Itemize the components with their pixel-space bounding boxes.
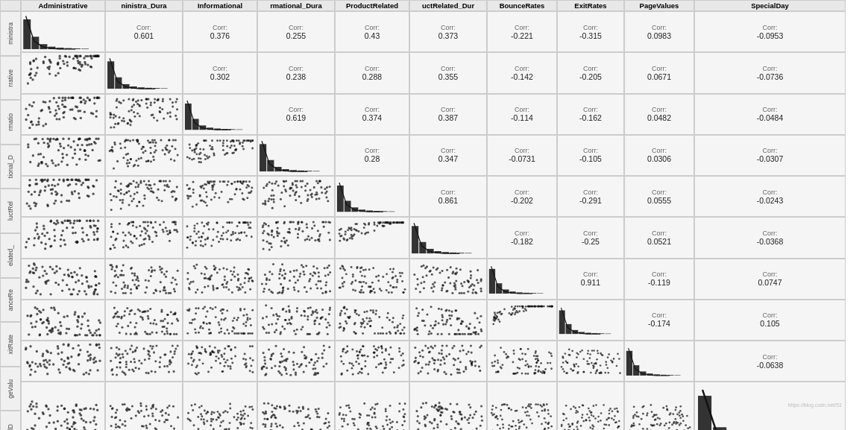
- svg-point-2739: [427, 364, 430, 366]
- svg-point-1924: [224, 332, 226, 335]
- svg-point-472: [195, 153, 198, 155]
- svg-point-1543: [328, 264, 330, 266]
- svg-point-729: [192, 189, 195, 191]
- svg-point-2477: [216, 355, 218, 358]
- svg-point-2132: [386, 317, 389, 319]
- svg-point-1588: [392, 276, 394, 278]
- svg-point-137: [64, 96, 66, 98]
- svg-point-933: [139, 225, 141, 227]
- svg-point-3029: [63, 408, 66, 410]
- svg-point-671: [113, 195, 115, 197]
- svg-point-1647: [342, 265, 344, 268]
- svg-point-381: [133, 164, 136, 166]
- svg-point-207: [128, 98, 130, 100]
- svg-point-2358: [26, 361, 28, 363]
- svg-point-1713: [416, 278, 418, 280]
- svg-point-3660: [669, 414, 671, 416]
- svg-point-919: [66, 220, 69, 222]
- col-header-8: PageValues: [624, 0, 694, 11]
- svg-point-994: [173, 221, 175, 224]
- svg-point-2517: [221, 354, 223, 356]
- svg-point-203: [169, 98, 172, 100]
- svg-point-226: [117, 121, 119, 124]
- svg-point-298: [74, 152, 76, 154]
- svg-point-2656: [398, 347, 400, 350]
- matrix-cell-4-7: Corr:-0.291: [557, 176, 624, 217]
- svg-point-1781: [42, 309, 44, 311]
- matrix-cell-4-6: Corr:-0.202: [487, 176, 557, 217]
- svg-point-116: [58, 118, 60, 120]
- svg-point-2683: [361, 372, 363, 374]
- svg-point-2402: [116, 366, 118, 368]
- svg-point-3380: [450, 415, 453, 417]
- row-label-4: luctRel: [0, 189, 21, 233]
- svg-point-1266: [69, 293, 72, 295]
- svg-point-166: [70, 96, 72, 98]
- svg-point-3018: [45, 426, 48, 428]
- svg-point-3600: [658, 418, 661, 420]
- svg-point-2588: [293, 352, 295, 354]
- svg-point-1794: [34, 306, 36, 309]
- svg-point-2456: [119, 367, 122, 369]
- svg-point-1504: [278, 273, 280, 275]
- matrix-cell-4-8: Corr:0.0555: [624, 176, 694, 217]
- svg-point-495: [198, 161, 201, 163]
- svg-point-3464: [518, 426, 521, 429]
- svg-rect-7: [81, 48, 89, 49]
- svg-point-2252: [517, 306, 519, 308]
- svg-point-2377: [89, 369, 91, 371]
- svg-point-1351: [145, 279, 147, 281]
- svg-point-2856: [503, 351, 506, 353]
- svg-point-697: [218, 197, 221, 199]
- svg-point-2695: [380, 346, 383, 348]
- svg-point-2294: [517, 312, 519, 314]
- svg-point-552: [78, 197, 81, 199]
- svg-point-916: [96, 227, 98, 230]
- svg-point-1374: [133, 283, 136, 285]
- svg-point-2672: [352, 364, 354, 367]
- matrix-cell-8-9: Corr:-0.0638: [694, 341, 846, 382]
- svg-point-2499: [214, 347, 216, 349]
- svg-point-807: [313, 186, 315, 189]
- svg-point-1452: [239, 283, 242, 285]
- svg-point-2624: [385, 364, 387, 366]
- svg-point-83: [63, 63, 65, 65]
- svg-point-2527: [250, 365, 252, 367]
- svg-point-2736: [418, 372, 420, 374]
- svg-point-1987: [306, 315, 309, 317]
- svg-point-3516: [614, 415, 616, 417]
- svg-point-2662: [367, 355, 369, 358]
- svg-point-3111: [115, 423, 117, 426]
- svg-point-3650: [676, 414, 679, 416]
- svg-point-2771: [419, 355, 421, 357]
- svg-point-960: [145, 233, 147, 235]
- svg-point-2118: [364, 326, 366, 329]
- svg-point-1602: [386, 273, 388, 275]
- row-label-7: xitRate: [0, 322, 21, 367]
- svg-point-718: [205, 192, 207, 194]
- svg-point-841: [28, 238, 30, 240]
- svg-point-1142: [280, 240, 283, 242]
- svg-point-1373: [109, 264, 111, 266]
- svg-point-282: [66, 163, 69, 165]
- svg-point-232: [174, 101, 177, 103]
- svg-point-1461: [250, 276, 252, 279]
- svg-point-1478: [192, 280, 195, 282]
- svg-point-2934: [595, 372, 597, 374]
- svg-point-1462: [193, 265, 195, 267]
- svg-point-605: [164, 184, 166, 186]
- svg-point-1856: [147, 315, 149, 317]
- matrix-row-0: Corr:0.601Corr:0.376Corr:0.255Corr:0.43C…: [21, 11, 846, 52]
- svg-point-1599: [396, 279, 398, 281]
- svg-point-1003: [196, 223, 198, 225]
- svg-point-3417: [433, 418, 435, 420]
- svg-point-1943: [245, 325, 247, 327]
- svg-point-2834: [521, 358, 523, 361]
- svg-point-2198: [440, 308, 442, 310]
- svg-point-984: [130, 233, 132, 235]
- svg-point-200: [132, 98, 134, 101]
- svg-point-305: [97, 137, 99, 139]
- svg-point-1977: [329, 309, 331, 311]
- svg-point-1640: [342, 268, 345, 270]
- svg-point-646: [114, 186, 116, 189]
